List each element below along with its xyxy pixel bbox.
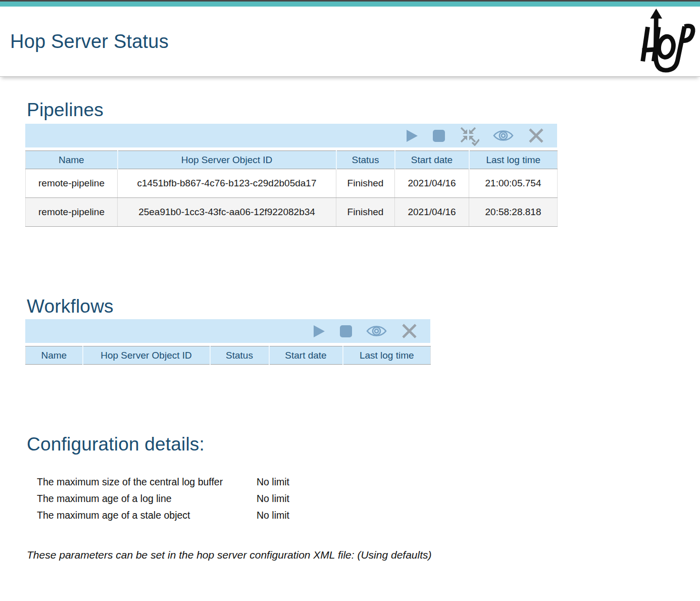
config-footnote: These parameters can be set in the hop s…: [27, 549, 700, 561]
eye-icon: [493, 128, 514, 143]
config-param-value: No limit: [257, 510, 289, 521]
workflows-toolbar: [25, 319, 430, 343]
page-header: Hop Server Status: [0, 7, 700, 77]
cleanup-finished-button[interactable]: [459, 126, 479, 146]
workflows-table: Name Hop Server Object ID Status Start d…: [25, 346, 431, 365]
cell-start-date: 2021/04/16: [395, 198, 469, 227]
config-row: The maximum size of the central log buff…: [37, 474, 700, 490]
remove-pipeline-button[interactable]: [527, 127, 545, 144]
config-param-value: No limit: [257, 476, 289, 488]
cell-name: remote-pipeline: [26, 198, 118, 227]
pipelines-header-row: Name Hop Server Object ID Status Start d…: [26, 151, 558, 169]
stop-icon: [339, 325, 353, 338]
column-header-name: Name: [26, 151, 118, 169]
view-workflow-button[interactable]: [366, 324, 387, 338]
pipeline-row[interactable]: remote-pipeline c1451bfb-b867-4c76-b123-…: [26, 169, 558, 198]
column-header-start-date: Start date: [269, 346, 343, 365]
collapse-check-icon: [459, 126, 479, 146]
close-icon: [401, 322, 418, 340]
cell-last-log-time: 21:00:05.754: [469, 169, 558, 198]
cell-start-date: 2021/04/16: [395, 169, 469, 198]
stop-workflow-button[interactable]: [339, 325, 353, 338]
pipelines-toolbar: [25, 124, 557, 147]
pipeline-row[interactable]: remote-pipeline 25ea91b0-1cc3-43fc-aa06-…: [26, 198, 558, 227]
play-icon: [313, 324, 326, 338]
column-header-object-id: Hop Server Object ID: [118, 151, 336, 169]
config-row: The maximum age of a log line No limit: [37, 490, 700, 507]
configuration-heading: Configuration details:: [27, 434, 700, 455]
cell-object-id: 25ea91b0-1cc3-43fc-aa06-12f922082b34: [118, 198, 336, 227]
column-header-last-log-time: Last log time: [343, 346, 431, 365]
config-param-label: The maximum size of the central log buff…: [37, 476, 257, 488]
close-icon: [527, 127, 545, 144]
start-workflow-button[interactable]: [313, 324, 326, 338]
column-header-object-id: Hop Server Object ID: [83, 346, 210, 365]
view-pipeline-button[interactable]: [493, 128, 514, 143]
configuration-section: Configuration details: The maximum size …: [25, 434, 700, 561]
config-param-label: The maximum age of a stale object: [37, 510, 257, 521]
cell-object-id: c1451bfb-b867-4c76-b123-c29d2b05da17: [118, 169, 336, 198]
column-header-name: Name: [26, 346, 83, 365]
config-param-label: The maximum age of a log line: [37, 493, 257, 505]
pipelines-table: Name Hop Server Object ID Status Start d…: [25, 151, 558, 227]
cell-status: Finished: [336, 198, 395, 227]
eye-icon: [366, 324, 387, 338]
pipelines-heading: Pipelines: [27, 99, 700, 121]
workflows-section: Workflows: [25, 296, 700, 365]
config-row: The maximum age of a stale object No lim…: [37, 507, 700, 524]
workflows-heading: Workflows: [27, 296, 700, 317]
workflows-header-row: Name Hop Server Object ID Status Start d…: [26, 346, 431, 365]
column-header-status: Status: [210, 346, 269, 365]
column-header-last-log-time: Last log time: [469, 151, 558, 169]
column-header-start-date: Start date: [395, 151, 469, 169]
cell-status: Finished: [336, 169, 395, 198]
column-header-status: Status: [336, 151, 395, 169]
cell-last-log-time: 20:58:28.818: [469, 198, 558, 227]
stop-icon: [432, 129, 445, 142]
hop-logo: [632, 8, 697, 75]
page-title: Hop Server Status: [10, 31, 169, 53]
hop-logo-icon: [632, 8, 697, 75]
configuration-parameters: The maximum size of the central log buff…: [37, 474, 700, 524]
start-pipeline-button[interactable]: [406, 129, 419, 143]
cell-name: remote-pipeline: [26, 169, 118, 198]
main-content: Pipelines: [0, 99, 700, 561]
play-icon: [406, 129, 419, 143]
config-param-value: No limit: [257, 493, 289, 505]
stop-pipeline-button[interactable]: [432, 129, 445, 142]
pipelines-section: Pipelines: [25, 99, 700, 227]
brand-teal-bar: [0, 2, 700, 7]
remove-workflow-button[interactable]: [401, 322, 418, 340]
